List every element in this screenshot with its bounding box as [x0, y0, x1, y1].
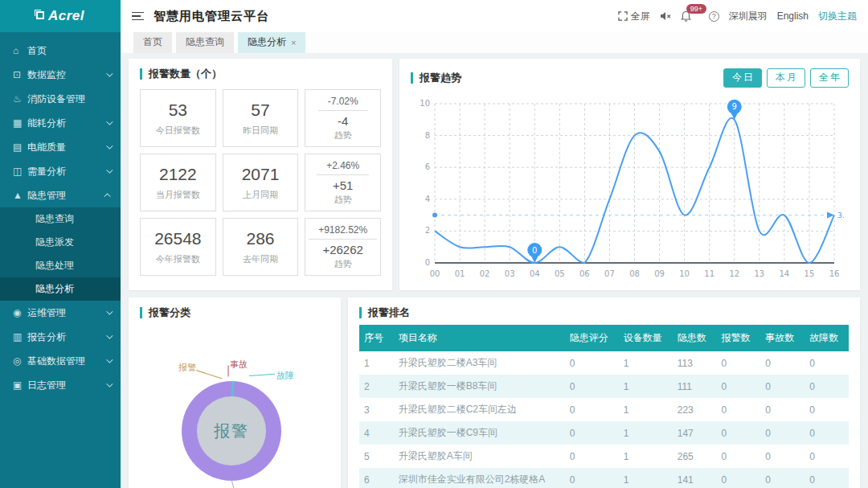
table-cell: 0: [760, 445, 805, 468]
stat-value: 2071: [242, 165, 280, 184]
svg-text:14: 14: [780, 269, 790, 278]
language-switch[interactable]: English: [777, 10, 809, 22]
table-cell: 0: [717, 375, 761, 398]
svg-text:06: 06: [579, 269, 590, 278]
table-row[interactable]: 5升梁氏塑胶A车间01265000: [359, 445, 849, 468]
chevron-down-icon: [106, 332, 113, 338]
table-row[interactable]: 6深圳市佳金实业有限公司2栋硬格A01141000: [359, 468, 849, 488]
table-cell: 0: [565, 375, 619, 398]
table-cell: 5: [359, 445, 394, 468]
main-content: 报警数量（个） 53今日报警数57昨日同期-7.02%-4趋势2122当月报警数…: [121, 53, 868, 488]
donut-ring[interactable]: 报警: [182, 381, 281, 481]
chevron-down-icon: [106, 142, 113, 149]
theme-switch-link[interactable]: 切换主题: [818, 10, 857, 23]
home-icon: ⌂: [13, 45, 27, 56]
sidebar-subitem-隐患分析[interactable]: 隐患分析: [0, 277, 121, 301]
sidebar-item-能耗分析[interactable]: ▦能耗分析: [0, 111, 121, 135]
trend-range-button-本月[interactable]: 本月: [767, 68, 805, 88]
pie-leader-line: [228, 366, 229, 377]
alarm-classification-panel: 报警分类 报警 报警事故故障隐患: [129, 297, 341, 488]
table-cell: 0: [565, 468, 619, 488]
demand-analysis-icon: ◫: [13, 166, 27, 177]
stat-cards-grid: 53今日报警数57昨日同期-7.02%-4趋势2122当月报警数2071上月同期…: [140, 89, 381, 276]
svg-text:05: 05: [555, 269, 565, 278]
sidebar-item-运维管理[interactable]: ◉运维管理: [0, 301, 121, 325]
table-cell: 升梁氏塑胶二楼A3车间: [394, 351, 565, 375]
trend-range-button-全年[interactable]: 全年: [810, 68, 849, 88]
sidebar-subitem-隐患查询[interactable]: 隐患查询: [0, 207, 121, 231]
tab-隐患查询[interactable]: 隐患查询: [176, 32, 234, 53]
sidebar-item-需量分析[interactable]: ◫需量分析: [0, 159, 121, 183]
trend-range-buttons: 今日本月全年: [723, 68, 849, 88]
alarm-count-title: 报警数量（个）: [140, 68, 381, 80]
svg-text:02: 02: [480, 269, 490, 278]
sidebar-submenu: 隐患查询隐患派发隐患处理隐患分析: [0, 207, 121, 301]
trend-delta: +51: [333, 178, 353, 192]
tab-label: 隐患分析: [248, 35, 286, 49]
table-row[interactable]: 1升梁氏塑胶二楼A3车间01113000: [359, 351, 849, 375]
base-data-icon: ◎: [13, 355, 27, 367]
table-row[interactable]: 4升梁氏塑胶一楼C9车间01147000: [359, 421, 849, 445]
table-cell: 1: [619, 375, 673, 398]
ranking-column-序号: 序号: [359, 325, 394, 351]
table-cell: 0: [760, 468, 805, 488]
sidebar-subitem-隐患派发[interactable]: 隐患派发: [0, 231, 121, 254]
table-cell: 4: [359, 421, 394, 445]
trend-label: 趋势: [334, 129, 352, 141]
stat-label: 今年报警数: [156, 253, 200, 265]
table-cell: 223: [673, 398, 717, 421]
collapse-menu-icon[interactable]: [132, 10, 144, 23]
tab-隐患分析[interactable]: 隐患分析×: [238, 32, 305, 53]
svg-text:16: 16: [829, 269, 840, 278]
table-cell: 6: [359, 468, 394, 488]
sidebar-item-日志管理[interactable]: ▣日志管理: [0, 373, 121, 397]
table-row[interactable]: 2升梁氏塑胶一楼B8车间01111000: [359, 375, 849, 398]
help-button[interactable]: ?: [709, 11, 719, 22]
stat-label: 上月同期: [243, 189, 278, 201]
sidebar-item-隐患管理[interactable]: ▲隐患管理: [0, 183, 121, 207]
svg-text:10: 10: [679, 269, 690, 278]
fire-equipment-icon: ♨: [13, 93, 27, 105]
notifications-button[interactable]: 99+: [681, 10, 691, 22]
trend-percent: -7.02%: [318, 96, 368, 111]
top-header: 智慧用电管理云平台 全屏 99+ ? 深圳晨羽 English 切换主题: [121, 0, 868, 32]
alarm-count-panel: 报警数量（个） 53今日报警数57昨日同期-7.02%-4趋势2122当月报警数…: [129, 59, 392, 290]
operations-icon: ◉: [13, 307, 27, 318]
sidebar-item-label: 能耗分析: [27, 117, 106, 130]
sidebar-item-消防设备管理[interactable]: ♨消防设备管理: [0, 87, 121, 111]
tab-首页[interactable]: 首页: [133, 32, 172, 53]
tab-label: 隐患查询: [186, 35, 224, 49]
sidebar-item-label: 首页: [27, 44, 111, 58]
stat-card-今日报警数: 53今日报警数: [140, 89, 216, 147]
acrel-logo[interactable]: Acrel: [0, 0, 121, 32]
fullscreen-button[interactable]: 全屏: [618, 10, 650, 23]
sidebar-item-电能质量[interactable]: ▤电能质量: [0, 135, 121, 159]
chevron-down-icon: [106, 356, 113, 363]
table-cell: 1: [359, 351, 394, 375]
table-row[interactable]: 3升梁氏塑胶二楼C2车间左边01223000: [359, 398, 849, 421]
table-cell: 升梁氏塑胶二楼C2车间左边: [394, 398, 565, 421]
sidebar-item-首页[interactable]: ⌂首页: [0, 39, 121, 63]
svg-text:12: 12: [729, 269, 739, 278]
stat-label: 当月报警数: [156, 189, 200, 201]
mute-button[interactable]: [660, 11, 671, 21]
tab-label: 首页: [143, 35, 162, 49]
trend-range-button-今日[interactable]: 今日: [723, 68, 762, 88]
close-tab-icon[interactable]: ×: [291, 38, 296, 47]
sidebar-subitem-隐患处理[interactable]: 隐患处理: [0, 254, 121, 277]
table-cell: 0: [717, 421, 761, 445]
svg-text:13: 13: [754, 269, 764, 278]
trend-card: +2.46%+51趋势: [305, 154, 381, 211]
sidebar-item-数据监控[interactable]: ⊡数据监控: [0, 63, 121, 87]
username[interactable]: 深圳晨羽: [729, 10, 768, 23]
svg-text:4: 4: [425, 195, 430, 203]
ranking-column-设备数量: 设备数量: [619, 325, 673, 351]
stat-label: 去年同期: [243, 253, 278, 265]
sidebar-item-报告分析[interactable]: ▥报告分析: [0, 325, 121, 349]
notification-badge: 99+: [686, 4, 706, 14]
table-cell: 147: [673, 421, 717, 445]
hazard-management-icon: ▲: [13, 190, 27, 201]
sidebar-item-基础数据管理[interactable]: ◎基础数据管理: [0, 349, 121, 373]
table-cell: 1: [619, 421, 673, 445]
sidebar-item-label: 运维管理: [27, 306, 106, 320]
